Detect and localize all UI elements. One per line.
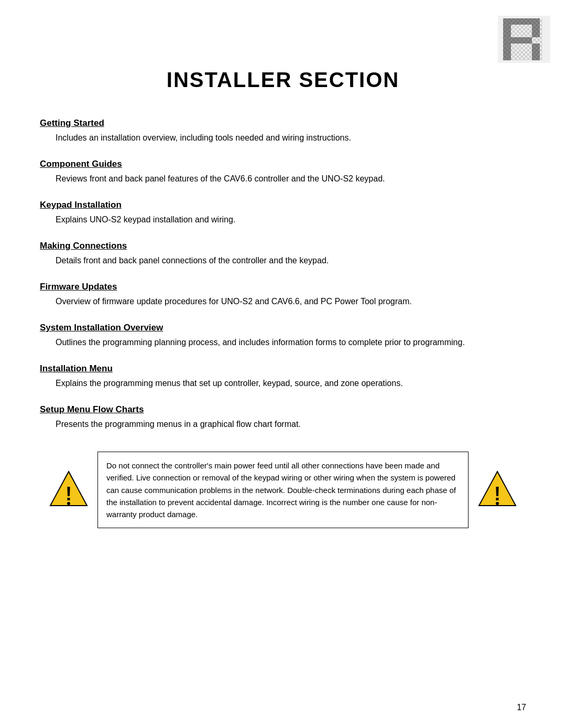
section-description-keypad-installation: Explains UNO-S2 keypad installation and … [40, 213, 496, 226]
svg-rect-10 [503, 18, 542, 60]
section-description-system-installation-overview: Outlines the programming planning proces… [40, 336, 496, 349]
logo-area [498, 16, 550, 63]
section-system-installation-overview: System Installation OverviewOutlines the… [40, 323, 526, 349]
section-heading-installation-menu: Installation Menu [40, 363, 526, 374]
section-keypad-installation: Keypad InstallationExplains UNO-S2 keypa… [40, 200, 526, 226]
section-description-making-connections: Details front and back panel connections… [40, 254, 496, 267]
warning-triangle-left-icon: ! [48, 469, 90, 511]
section-heading-system-installation-overview: System Installation Overview [40, 323, 526, 333]
section-heading-component-guides: Component Guides [40, 159, 526, 169]
svg-text:!: ! [494, 483, 500, 505]
warning-box: Do not connect the controller's main pow… [97, 452, 469, 528]
page-container: INSTALLER SECTION Getting StartedInclude… [0, 0, 566, 728]
section-heading-keypad-installation: Keypad Installation [40, 200, 526, 210]
section-description-installation-menu: Explains the programming menus that set … [40, 377, 496, 390]
warning-icon-left: ! [40, 469, 97, 511]
warning-area: ! Do not connect the controller's main p… [40, 452, 526, 528]
section-component-guides: Component GuidesReviews front and back p… [40, 159, 526, 185]
section-setup-menu-flow-charts: Setup Menu Flow ChartsPresents the progr… [40, 404, 526, 431]
section-heading-setup-menu-flow-charts: Setup Menu Flow Charts [40, 404, 526, 415]
section-description-getting-started: Includes an installation overview, inclu… [40, 132, 496, 144]
section-description-component-guides: Reviews front and back panel features of… [40, 173, 496, 185]
section-heading-firmware-updates: Firmware Updates [40, 282, 526, 292]
section-getting-started: Getting StartedIncludes an installation … [40, 118, 526, 144]
sections-container: Getting StartedIncludes an installation … [40, 118, 526, 431]
brand-logo [498, 16, 550, 63]
section-installation-menu: Installation MenuExplains the programmin… [40, 363, 526, 390]
section-heading-making-connections: Making Connections [40, 241, 526, 251]
svg-point-15 [67, 502, 70, 505]
warning-triangle-right-icon: ! [476, 469, 518, 511]
svg-point-18 [496, 502, 499, 505]
section-making-connections: Making ConnectionsDetails front and back… [40, 241, 526, 267]
section-description-firmware-updates: Overview of firmware update procedures f… [40, 295, 496, 308]
warning-icon-right: ! [469, 469, 526, 511]
page-number: 17 [517, 703, 526, 712]
section-description-setup-menu-flow-charts: Presents the programming menus in a grap… [40, 418, 496, 431]
section-firmware-updates: Firmware UpdatesOverview of firmware upd… [40, 282, 526, 308]
warning-text: Do not connect the controller's main pow… [106, 461, 456, 519]
page-title: INSTALLER SECTION [40, 68, 526, 92]
section-heading-getting-started: Getting Started [40, 118, 526, 129]
svg-text:!: ! [66, 483, 72, 505]
